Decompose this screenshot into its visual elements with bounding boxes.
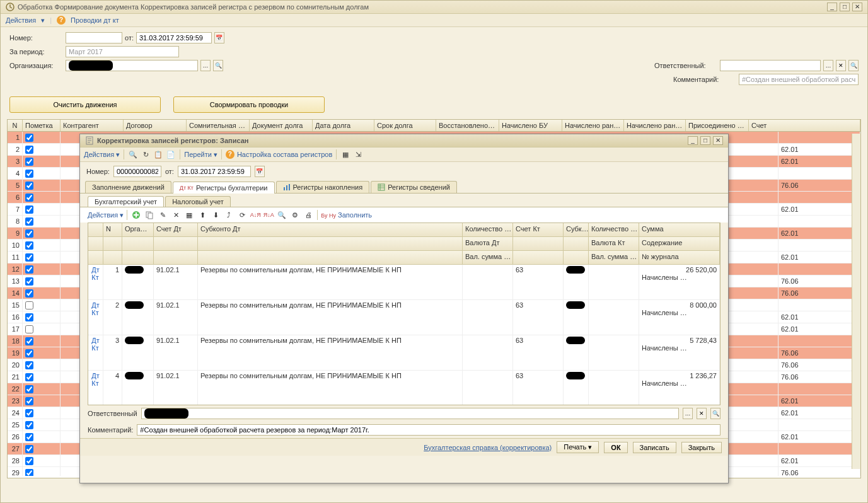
provodki-link[interactable]: Проводки дт кт — [71, 16, 119, 24]
subtab-bu[interactable]: Бухгалтерский учет — [88, 196, 164, 207]
up-icon[interactable]: ⬆ — [197, 209, 208, 221]
col-before2[interactable]: Начислено ране… — [624, 120, 686, 131]
row-checkbox[interactable] — [25, 469, 33, 477]
org-input[interactable] — [66, 60, 198, 71]
cell-chk[interactable] — [23, 156, 61, 167]
cell-chk[interactable] — [23, 263, 61, 275]
row-checkbox[interactable] — [25, 301, 33, 309]
cell-chk[interactable] — [23, 216, 61, 227]
ih-sum[interactable]: Сумма — [639, 223, 720, 236]
sort-desc-icon[interactable]: Я↓A — [263, 209, 274, 221]
col-charged[interactable]: Начислено БУ — [499, 120, 562, 131]
resp-clear-button[interactable]: ✕ — [836, 60, 846, 71]
cell-chk[interactable] — [23, 311, 61, 323]
delete-icon[interactable]: ✕ — [170, 209, 182, 221]
row-checkbox[interactable] — [25, 337, 33, 345]
row-checkbox[interactable] — [25, 170, 33, 178]
ih-acctdt[interactable]: Счет Дт — [154, 223, 198, 236]
maximize-button[interactable]: □ — [840, 3, 850, 11]
form-provodki-button[interactable]: Свормировать проводки — [173, 96, 325, 113]
ih-valkt[interactable]: Вал. сумма … — [589, 251, 639, 264]
cell-chk[interactable] — [23, 323, 61, 335]
sort-asc-icon[interactable]: А↓Я — [250, 209, 261, 221]
ih-currdt[interactable]: Валюта Дт — [463, 237, 513, 250]
row-checkbox[interactable] — [25, 277, 33, 286]
settings-icon[interactable]: ⚙ — [289, 209, 301, 221]
inner-table-row[interactable]: ДтКт291.02.1Резервы по сомнительным долг… — [88, 300, 720, 335]
ih-subdt[interactable]: Субконто Дт — [198, 223, 463, 236]
dlg-resp-search-icon[interactable]: 🔍 — [710, 408, 720, 419]
row-checkbox[interactable] — [25, 134, 33, 142]
col-term[interactable]: Срок долга — [374, 120, 436, 131]
add-icon[interactable] — [130, 209, 142, 221]
cell-chk[interactable] — [23, 455, 61, 466]
close-button[interactable]: ✕ — [852, 3, 862, 11]
edit-icon[interactable]: ✎ — [157, 209, 168, 221]
doc-icon[interactable]: 📄 — [166, 149, 176, 159]
ih-currkt[interactable]: Валюта Кт — [589, 237, 639, 250]
ih-org[interactable]: Орга… — [122, 223, 154, 236]
row-checkbox[interactable] — [25, 397, 33, 405]
ih-valdt[interactable]: Вал. сумма … — [463, 251, 513, 264]
row-checkbox[interactable] — [25, 289, 33, 298]
inner-grid-body[interactable]: ДтКт191.02.1Резервы по сомнительным долг… — [88, 265, 720, 405]
row-checkbox[interactable] — [25, 158, 33, 166]
row-checkbox[interactable] — [25, 349, 33, 357]
grid-icon[interactable]: ▦ — [340, 149, 350, 159]
goto-menu[interactable]: Перейти ▾ — [184, 151, 217, 159]
row-checkbox[interactable] — [25, 421, 33, 429]
col-date[interactable]: Дата долга — [313, 120, 374, 131]
cell-chk[interactable] — [23, 144, 61, 155]
cell-chk[interactable] — [23, 180, 61, 191]
cell-chk[interactable] — [23, 443, 61, 454]
refresh-icon[interactable]: ↻ — [141, 149, 151, 159]
col-doc[interactable]: Документ долга — [250, 120, 313, 131]
search-icon[interactable]: 🔍 — [128, 149, 138, 159]
col-attached[interactable]: Присоединено БУ — [686, 120, 749, 131]
period-input[interactable] — [66, 46, 179, 57]
grid2-icon[interactable]: ▦ — [183, 209, 195, 221]
dialog-maximize-button[interactable]: □ — [700, 136, 710, 145]
close-dialog-button[interactable]: Закрыть — [681, 442, 722, 453]
row-checkbox[interactable] — [25, 433, 33, 441]
col-acct[interactable]: Счет — [749, 120, 860, 131]
row-checkbox[interactable] — [25, 205, 33, 214]
tab-accounting[interactable]: Дт КтРегистры бухгалтерии — [173, 182, 275, 194]
col-doubt[interactable]: Сомнительная з… — [187, 120, 250, 131]
dlg-resp-clear[interactable]: ✕ — [697, 408, 707, 419]
resp-search-icon[interactable]: 🔍 — [848, 60, 859, 71]
inner-actions-menu[interactable]: Действия ▾ — [88, 211, 124, 219]
cell-chk[interactable] — [23, 407, 61, 419]
list-icon[interactable]: 📋 — [153, 149, 163, 159]
footer-link[interactable]: Бухгалтерская справка (корректировка) — [424, 444, 552, 451]
resp-select-button[interactable]: … — [823, 60, 833, 71]
print-button[interactable]: Печать ▾ — [557, 441, 599, 453]
fill-link[interactable]: Бу Ну Заполнить — [321, 211, 372, 219]
cell-chk[interactable] — [23, 419, 61, 431]
dlg-help-icon[interactable]: ? — [226, 150, 234, 159]
row-checkbox[interactable] — [25, 217, 33, 226]
config-link[interactable]: Настройка состава регистров — [237, 151, 332, 158]
cell-chk[interactable] — [23, 287, 61, 299]
dlg-resp-input[interactable] — [141, 408, 679, 419]
dlg-comment-input[interactable] — [137, 424, 720, 436]
print-icon[interactable]: 🖨 — [303, 209, 314, 221]
col-mark[interactable]: Пометка — [23, 120, 61, 131]
copy-icon[interactable] — [144, 209, 155, 221]
scrollbar-v[interactable] — [852, 134, 860, 469]
cell-chk[interactable] — [23, 467, 61, 476]
cell-chk[interactable] — [23, 168, 61, 179]
dlg-date-picker-icon[interactable]: 📅 — [255, 166, 265, 177]
cell-chk[interactable] — [23, 252, 61, 263]
cell-chk[interactable] — [23, 371, 61, 383]
cell-chk[interactable] — [23, 431, 61, 442]
col-partner[interactable]: Контрагент — [61, 120, 124, 131]
cell-chk[interactable] — [23, 240, 61, 251]
row-checkbox[interactable] — [25, 229, 33, 238]
ih-content[interactable]: Содержание — [639, 237, 720, 250]
row-checkbox[interactable] — [25, 182, 33, 190]
tab-info[interactable]: Регистры сведений — [371, 181, 457, 193]
dialog-close-button[interactable]: ✕ — [713, 136, 723, 145]
tab-accumulation[interactable]: Регистры накопления — [276, 181, 370, 193]
cell-chk[interactable] — [23, 383, 61, 395]
